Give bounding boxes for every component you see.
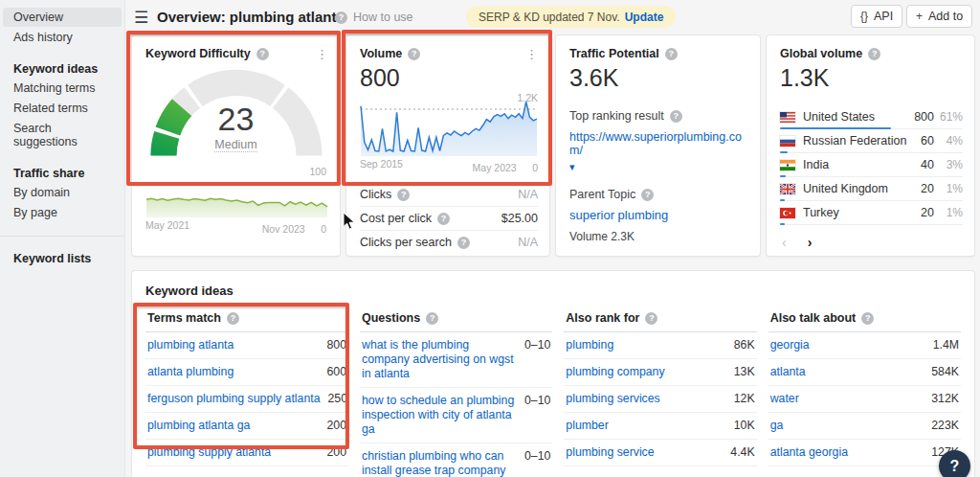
keyword-row: atlanta 584K (768, 359, 961, 386)
top-ranking-result-link[interactable]: https://www.superiorplumbing.com/ (569, 130, 746, 157)
serp-update-badge: SERP & KD updated 7 Nov. Update (466, 6, 676, 28)
expand-caret-icon[interactable]: ▾ (569, 161, 575, 173)
view-all-also-talk-about[interactable]: View all 170 › (768, 466, 961, 477)
keyword-row: what is the plumbing company advertising… (360, 332, 552, 388)
global-volume-card: Global volume ? 1.3K United States 800 6… (766, 34, 975, 257)
keyword-link[interactable]: how to schedule an plumbing inspection w… (362, 394, 517, 437)
view-all-also-rank-for[interactable]: View all 1,101 › (564, 466, 756, 477)
cpc-value: $25.00 (501, 212, 538, 225)
country-percent: 1% (934, 206, 963, 219)
traffic-potential-value: 3.6K (569, 64, 746, 92)
keyword-link[interactable]: atlanta plumbing (147, 365, 234, 379)
help-circle-icon[interactable]: ? (397, 189, 410, 201)
keyword-volume: 223K (931, 419, 959, 432)
help-circle-icon[interactable]: ? (868, 48, 880, 60)
help-circle-icon[interactable]: ? (426, 312, 438, 325)
parent-topic-label: Parent Topic (569, 188, 635, 201)
volume-value: 800 (346, 60, 549, 92)
pager-prev-icon[interactable]: ‹ (782, 235, 787, 250)
api-button[interactable]: {} API (851, 5, 902, 28)
volume-chart-ymax-label: 1.2K (517, 92, 538, 103)
terms-match-title: Terms match (147, 311, 221, 325)
keyword-link[interactable]: plumbing atlanta (147, 338, 234, 352)
sidebar-item-overview[interactable]: Overview (3, 8, 122, 27)
help-icon: ? (950, 458, 960, 475)
sidebar-item-search-suggestions[interactable]: Search suggestions (0, 119, 124, 151)
help-fab-button[interactable]: ? (939, 450, 970, 477)
turkey-flag-icon (780, 208, 795, 218)
keyword-link[interactable]: ferguson plumbing supply atlanta (147, 392, 320, 406)
help-circle-icon[interactable]: ? (665, 48, 678, 60)
sidebar-item-related-terms[interactable]: Related terms (0, 99, 124, 118)
keyword-link[interactable]: atlanta (770, 365, 806, 379)
keyword-link[interactable]: christian plumbing who can install greas… (362, 449, 517, 477)
help-circle-icon[interactable]: ? (437, 213, 450, 225)
help-circle-icon[interactable]: ? (670, 110, 682, 123)
volume-title: Volume (360, 47, 402, 60)
country-volume: 20 (921, 206, 934, 219)
keyword-link[interactable]: ga (770, 419, 784, 433)
volume-chart-y0-label: 0 (532, 162, 538, 173)
update-link[interactable]: Update (625, 11, 664, 24)
how-to-use-link[interactable]: ? How to use (329, 11, 413, 24)
kd-history-ymax-label: 100 (145, 166, 326, 177)
add-to-button[interactable]: + Add to (906, 5, 972, 28)
page-title: Overview: plumbing atlanta (157, 9, 345, 25)
keyword-link[interactable]: plumbing company (566, 365, 664, 379)
also-rank-for-column: Also rank for ? plumbing 86K plumbing co… (564, 309, 756, 477)
view-all-terms-match[interactable]: View all 937 › (145, 466, 348, 477)
api-button-label: API (874, 10, 893, 23)
keyword-row: water 312K (768, 386, 961, 413)
serp-update-text: SERP & KD updated 7 Nov. (479, 11, 620, 24)
keyword-volume: 600 (326, 365, 346, 378)
menu-hamburger-icon[interactable]: ☰ (134, 8, 148, 28)
keyword-link[interactable]: plumbing atlanta ga (147, 419, 250, 433)
country-volume: 60 (921, 134, 934, 148)
keyword-row: atlanta plumbing 600 (145, 359, 348, 386)
keyword-link[interactable]: plumbing service (566, 445, 654, 460)
keyword-link[interactable]: plumbing (566, 338, 613, 352)
help-circle-icon[interactable]: ? (256, 48, 269, 60)
sidebar-item-ads-history[interactable]: Ads history (0, 28, 124, 47)
braces-icon: {} (860, 10, 868, 23)
keyword-volume: 312K (931, 392, 959, 405)
keyword-link[interactable]: atlanta georgia (770, 445, 848, 460)
keyword-row: plumbing 86K (564, 332, 756, 359)
parent-topic-link[interactable]: superior plumbing (569, 208, 668, 222)
keyword-volume: 10K (734, 419, 755, 432)
keyword-link[interactable]: georgia (770, 338, 810, 352)
country-row-turkey: Turkey 20 1% (780, 201, 963, 225)
country-percent: 61% (934, 110, 963, 124)
help-circle-icon[interactable]: ? (641, 189, 654, 201)
pager-next-icon[interactable]: › (808, 235, 813, 250)
kebab-menu-icon[interactable]: ⋮ (525, 49, 538, 59)
kebab-menu-icon[interactable]: ⋮ (316, 49, 328, 59)
sidebar-item-matching-terms[interactable]: Matching terms (0, 79, 124, 98)
help-circle-icon[interactable]: ? (861, 312, 874, 325)
us-flag-icon (780, 112, 795, 123)
country-volume: 20 (921, 182, 934, 195)
kd-history-chart (145, 178, 328, 218)
keyword-link[interactable]: plumbing services (566, 392, 659, 406)
keyword-link[interactable]: plumber (566, 419, 608, 433)
keyword-row: plumbing services 12K (564, 386, 756, 413)
help-circle-icon[interactable]: ? (457, 237, 470, 249)
clicks-label: Clicks (360, 188, 391, 201)
keyword-row: plumbing service 4.4K (564, 440, 756, 466)
sidebar-item-by-domain[interactable]: By domain (0, 183, 124, 202)
help-circle-icon[interactable]: ? (408, 48, 420, 60)
keyword-link[interactable]: what is the plumbing company advertising… (362, 338, 517, 381)
help-circle-icon[interactable]: ? (227, 312, 239, 325)
keyword-link[interactable]: plumbing supply atlanta (147, 445, 271, 460)
country-name: United Kingdom (803, 182, 888, 195)
india-flag-icon (780, 160, 795, 170)
keyword-difficulty-title: Keyword Difficulty (145, 47, 251, 60)
questions-column: Questions ? what is the plumbing company… (360, 309, 552, 477)
sidebar-item-by-page[interactable]: By page (0, 203, 124, 222)
country-name: United States (803, 110, 875, 124)
help-circle-icon[interactable]: ? (645, 312, 657, 325)
also-rank-for-title: Also rank for (566, 311, 639, 325)
volume-chart-x-start: Sep 2015 (360, 158, 403, 175)
keyword-row: plumbing atlanta ga 200 (145, 413, 348, 440)
keyword-link[interactable]: water (770, 392, 799, 406)
